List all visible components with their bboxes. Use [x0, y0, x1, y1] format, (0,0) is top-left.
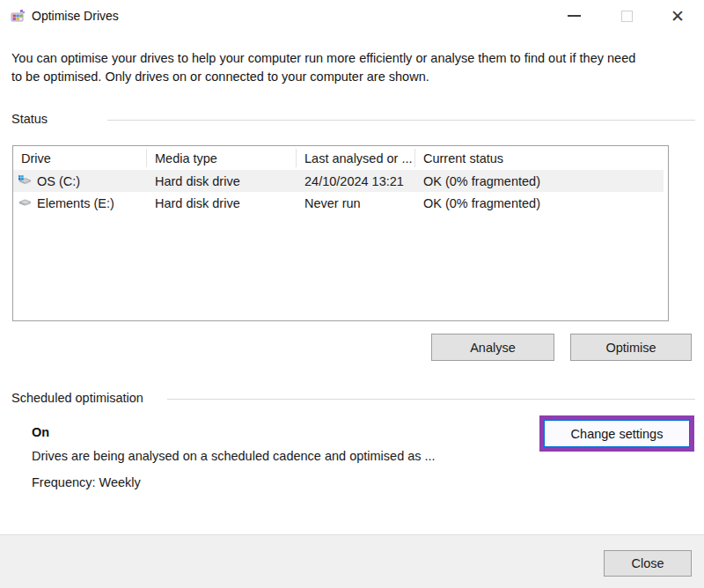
media-type: Hard disk drive — [147, 196, 297, 210]
close-dialog-button[interactable]: Close — [604, 550, 692, 577]
drives-list-header: Drive Media type Last analysed or ... Cu… — [13, 146, 668, 170]
scheduled-optimisation-divider — [167, 399, 695, 400]
defrag-app-icon — [11, 9, 26, 24]
analyse-button[interactable]: Analyse — [431, 334, 554, 361]
external-drive-icon — [18, 195, 33, 211]
os-drive-icon — [18, 173, 33, 189]
minimize-icon — [568, 15, 581, 17]
dialog-description: You can optimise your drives to help you… — [11, 49, 642, 86]
column-header-current-status[interactable]: Current status — [415, 149, 664, 167]
drive-name: OS (C:) — [37, 174, 80, 188]
last-analysed: 24/10/2024 13:21 — [297, 174, 415, 188]
current-status: OK (0% fragmented) — [415, 196, 664, 210]
drive-name: Elements (E:) — [37, 196, 114, 210]
last-analysed: Never run — [297, 196, 415, 210]
drives-list: Drive Media type Last analysed or ... Cu… — [12, 145, 669, 321]
optimise-button[interactable]: Optimise — [570, 334, 692, 361]
schedule-state: On — [32, 425, 49, 439]
schedule-description: Drives are being analysed on a scheduled… — [32, 449, 524, 463]
optimise-drives-dialog: Optimise Drives ✕ You can optimise your … — [0, 0, 704, 588]
drive-row-elements-e[interactable]: Elements (E:) Hard disk drive Never run … — [13, 192, 668, 214]
change-settings-button[interactable]: Change settings — [544, 420, 690, 447]
column-header-last-analysed[interactable]: Last analysed or ... — [297, 149, 415, 167]
current-status: OK (0% fragmented) — [415, 174, 664, 188]
column-header-media-type[interactable]: Media type — [147, 149, 297, 167]
column-header-drive[interactable]: Drive — [13, 149, 147, 167]
titlebar: Optimise Drives ✕ — [0, 0, 704, 33]
drive-row-os-c[interactable]: OS (C:) Hard disk drive 24/10/2024 13:21… — [13, 170, 664, 192]
status-group-label: Status — [11, 112, 48, 126]
scheduled-optimisation-label: Scheduled optimisation — [11, 391, 143, 405]
schedule-frequency: Frequency: Weekly — [32, 475, 141, 489]
maximize-button[interactable] — [607, 2, 646, 30]
change-settings-highlight: Change settings — [539, 415, 694, 452]
window-title: Optimise Drives — [32, 9, 119, 23]
dialog-footer — [0, 534, 704, 588]
status-group-divider — [107, 120, 695, 121]
media-type: Hard disk drive — [147, 174, 297, 188]
maximize-icon — [621, 11, 633, 22]
minimize-button[interactable] — [554, 2, 593, 30]
close-window-button[interactable]: ✕ — [658, 2, 697, 30]
close-icon: ✕ — [671, 8, 685, 25]
